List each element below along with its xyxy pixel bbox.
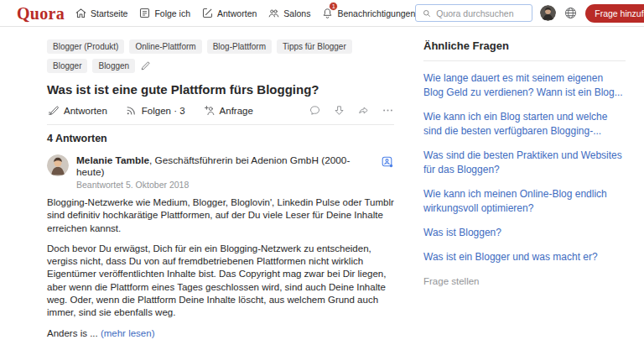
answer-item: Melanie Tamble, Geschäftsführerin bei Ad…: [47, 154, 394, 345]
search-icon: [422, 8, 432, 18]
answer-paragraph: Blogging-Netzwerke wie Medium, Blogger, …: [47, 196, 394, 235]
author-avatar[interactable]: [47, 154, 69, 176]
related-question-link[interactable]: Was ist Bloggen?: [423, 226, 626, 240]
nav-item-home[interactable]: Startseite: [75, 7, 127, 19]
related-question-link[interactable]: Wie kann ich ein Blog starten und welche…: [423, 110, 626, 139]
read-more-line: Anders is ... (mehr lesen): [47, 327, 394, 340]
follow-rss-icon: [125, 104, 138, 117]
answer-paragraph: Doch bevor Du erwägst, Dich für ein ein …: [47, 243, 394, 320]
nav-label: Folge ich: [154, 8, 190, 18]
topic-tag[interactable]: Online-Plattform: [129, 39, 201, 54]
bell-icon: 1: [321, 7, 334, 19]
related-question-link[interactable]: Was ist ein Blogger und was macht er?: [423, 250, 626, 264]
following-feed-icon: [138, 7, 151, 19]
credential-badge-icon[interactable]: [380, 154, 394, 169]
request-person-plus-icon: [203, 104, 216, 117]
answers-count: 4 Antworten: [47, 133, 394, 144]
comment-icon[interactable]: [309, 104, 321, 117]
search-box[interactable]: [415, 4, 532, 22]
answer-timestamp[interactable]: Beantwortet 5. Oktober 2018: [76, 180, 373, 190]
share-icon[interactable]: [357, 104, 370, 117]
nav-item-spaces[interactable]: Salons: [267, 7, 310, 19]
ask-question-link[interactable]: Frage stellen: [423, 276, 626, 286]
read-more-link[interactable]: (mehr lesen): [101, 328, 155, 338]
question-action-bar: Antworten Folgen · 3 Anfrage: [47, 104, 394, 125]
related-question-link[interactable]: Wie kann ich meinen Online-Blog endlich …: [423, 187, 626, 216]
header-right-cluster: Frage hinzufügen: [415, 4, 644, 23]
question-title: Was ist ist eine gute Plattform fürs Blo…: [47, 82, 394, 97]
follow-button[interactable]: Folgen · 3: [125, 104, 185, 117]
nav-item-notifications[interactable]: 1 Benachrichtigungen: [321, 7, 415, 19]
answer-button-label: Antworten: [64, 106, 107, 116]
author-name[interactable]: Melanie Tamble: [76, 154, 149, 166]
nav-label: Antworten: [217, 8, 257, 18]
answer-button[interactable]: Antworten: [47, 104, 107, 117]
answer-pencil-icon: [201, 7, 214, 19]
edit-topics-icon[interactable]: [140, 60, 151, 71]
topic-tag[interactable]: Bloggen: [92, 59, 135, 73]
topic-tag[interactable]: Blogger (Produkt): [47, 39, 124, 54]
related-questions-sidebar: Ähnliche Fragen Wie lange dauert es mit …: [423, 39, 626, 345]
profile-avatar[interactable]: [540, 5, 556, 21]
request-answer-button[interactable]: Anfrage: [203, 104, 253, 117]
page-content: Blogger (Produkt) Online-Plattform Blog-…: [0, 27, 644, 345]
search-input[interactable]: [436, 8, 526, 18]
related-question-link[interactable]: Was sind die besten Praktiken und Websit…: [423, 149, 626, 177]
top-navigation-bar: Quora Startseite Folge ich Antworten Sal…: [0, 0, 644, 27]
add-question-button[interactable]: Frage hinzufügen: [585, 4, 644, 23]
question-secondary-actions: [309, 104, 394, 117]
follow-button-label: Folgen · 3: [142, 106, 185, 116]
answer-pencil-icon: [47, 104, 60, 117]
nav-item-answer[interactable]: Antworten: [201, 7, 257, 19]
author-line: Melanie Tamble, Geschäftsführerin bei Ad…: [76, 154, 373, 178]
home-icon: [75, 7, 87, 19]
topic-tag[interactable]: Blogger: [47, 59, 87, 73]
nav-label: Benachrichtigungen: [337, 8, 415, 18]
quora-logo[interactable]: Quora: [17, 5, 65, 22]
salons-people-icon: [267, 7, 280, 19]
topic-tags: Blogger (Produkt) Online-Plattform Blog-…: [47, 39, 366, 73]
topic-tag[interactable]: Tipps für Blogger: [277, 39, 352, 54]
main-nav: Startseite Folge ich Antworten Salons 1: [75, 7, 415, 19]
sidebar-title: Ähnliche Fragen: [423, 39, 626, 61]
nav-label: Startseite: [91, 8, 127, 18]
answer-author-row: Melanie Tamble, Geschäftsführerin bei Ad…: [47, 154, 394, 190]
nav-item-following[interactable]: Folge ich: [138, 7, 190, 19]
answer-body: Blogging-Netzwerke wie Medium, Blogger, …: [47, 196, 394, 340]
truncated-text: Anders is ...: [47, 328, 98, 338]
nav-label: Salons: [283, 8, 310, 18]
request-button-label: Anfrage: [220, 106, 253, 116]
related-question-link[interactable]: Wie lange dauert es mit seinem eigenen B…: [423, 71, 626, 100]
downvote-icon[interactable]: [333, 104, 345, 117]
question-column: Blogger (Produkt) Online-Plattform Blog-…: [47, 39, 394, 345]
author-info: Melanie Tamble, Geschäftsführerin bei Ad…: [76, 154, 373, 190]
language-globe-icon[interactable]: [564, 6, 578, 20]
topic-tag[interactable]: Blog-Plattform: [207, 39, 272, 54]
more-options-icon[interactable]: [382, 104, 394, 117]
